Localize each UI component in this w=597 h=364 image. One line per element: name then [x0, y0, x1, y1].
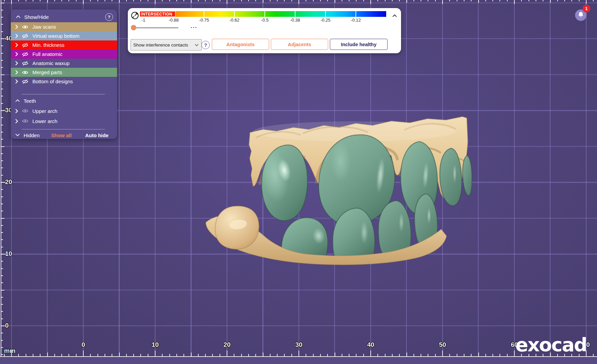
- chevron-right-icon[interactable]: [15, 24, 19, 29]
- show-hide-header[interactable]: Show/Hide ?: [11, 9, 117, 22]
- ruler-tick: [320, 354, 321, 356]
- ruler-tick: [241, 354, 242, 356]
- interference-contacts-dropdown[interactable]: Show interference contacts: [131, 39, 202, 51]
- ruler-tick: [1, 304, 3, 305]
- ruler-tick: [1, 153, 3, 154]
- layer-row[interactable]: Bottom of designs: [11, 77, 117, 86]
- chevron-right-icon[interactable]: [15, 61, 19, 66]
- legend-divider: [325, 11, 326, 17]
- ruler-tick: [133, 0, 134, 1]
- help-icon[interactable]: ?: [201, 41, 210, 49]
- ruler-tick: [140, 0, 141, 1]
- ruler-tick: [1, 67, 3, 68]
- ruler-label-left: 20: [5, 178, 21, 186]
- ruler-tick: [471, 354, 472, 356]
- layer-row[interactable]: Anatomic waxup: [11, 59, 117, 68]
- ruler-tick: [1, 290, 4, 291]
- ruler-tick: [428, 0, 428, 1]
- eye-hidden-icon[interactable]: [22, 34, 28, 38]
- eye-hidden-icon[interactable]: [22, 79, 28, 84]
- ruler-tick: [54, 354, 55, 356]
- ruler-tick: [356, 0, 357, 1]
- ruler-tick: [76, 354, 77, 356]
- chevron-right-icon[interactable]: [15, 70, 19, 75]
- ruler-tick: [1, 311, 3, 312]
- ruler-tick: [586, 0, 587, 4]
- help-icon[interactable]: ?: [105, 13, 113, 21]
- hidden-group-title: Hidden: [24, 132, 40, 138]
- arch-label: Lower arch: [32, 118, 57, 124]
- chevron-right-icon[interactable]: [15, 119, 19, 124]
- ruler-tick: [277, 0, 278, 1]
- arch-row[interactable]: Lower arch: [11, 116, 117, 126]
- ruler-tick: [435, 354, 436, 356]
- layer-row[interactable]: Min. thickness: [11, 40, 117, 50]
- intersection-slider-track[interactable]: [133, 27, 178, 28]
- chevron-down-icon[interactable]: [15, 132, 20, 138]
- contact-button-antagonists[interactable]: Antagonists: [212, 39, 269, 50]
- ruler-tick: [183, 0, 184, 1]
- eye-hidden-icon[interactable]: [22, 52, 28, 57]
- layer-list: Jaw scansVirtual waxup bottomMin. thickn…: [11, 22, 117, 86]
- ruler-tick: [234, 0, 234, 1]
- eye-visible-icon[interactable]: [22, 70, 28, 75]
- ruler-tick: [349, 354, 349, 356]
- ruler-tick: [1, 96, 3, 96]
- ruler-tick: [212, 0, 213, 1]
- ruler-tick: [457, 0, 457, 1]
- intersection-slider-knob[interactable]: [131, 25, 136, 30]
- legend-tick-label: -0.12: [346, 18, 366, 23]
- dropdown-value: Show interference contacts: [131, 42, 195, 48]
- layer-label: Bottom of designs: [32, 79, 73, 84]
- ruler-tick: [1, 268, 3, 269]
- eye-dim-icon[interactable]: [22, 119, 28, 123]
- contact-button-include-healthy[interactable]: Include healthy: [330, 39, 388, 50]
- eye-hidden-icon[interactable]: [22, 43, 28, 48]
- notification-bell[interactable]: 1: [575, 9, 587, 21]
- chevron-right-icon[interactable]: [15, 52, 19, 57]
- eye-hidden-icon[interactable]: [22, 61, 28, 66]
- ruler-tick: [356, 354, 357, 356]
- chevron-up-icon[interactable]: [16, 14, 21, 20]
- ruler-tick: [90, 354, 91, 356]
- layer-row[interactable]: Merged parts: [11, 68, 117, 77]
- ruler-tick: [227, 0, 227, 4]
- eye-dim-icon[interactable]: [22, 109, 28, 113]
- ruler-tick: [363, 0, 364, 1]
- ruler-tick: [514, 0, 515, 4]
- show-all-button[interactable]: Show all: [51, 132, 72, 138]
- ruler-tick: [1, 211, 3, 211]
- slider-more-label[interactable]: ...: [191, 23, 197, 30]
- ruler-tick: [327, 354, 328, 356]
- chevron-right-icon[interactable]: [15, 109, 19, 114]
- collapse-toolbar-icon[interactable]: [392, 13, 397, 19]
- legend-tick-label: -0.88: [164, 18, 184, 23]
- ruler-tick: [377, 354, 378, 356]
- chevron-right-icon[interactable]: [15, 42, 19, 48]
- ruler-tick: [220, 354, 220, 356]
- ruler-tick: [90, 0, 91, 1]
- contact-button-adjacents[interactable]: Adjacents: [271, 39, 328, 50]
- ruler-tick: [68, 354, 69, 356]
- ruler-tick: [83, 351, 84, 356]
- ruler-tick: [176, 354, 177, 356]
- ruler-tick: [306, 354, 306, 356]
- auto-hide-button[interactable]: Auto hide: [85, 132, 108, 138]
- chevron-right-icon[interactable]: [15, 79, 19, 84]
- ruler-tick: [579, 0, 579, 1]
- chevron-up-icon[interactable]: [15, 98, 20, 104]
- ruler-tick: [169, 0, 170, 1]
- ruler-tick: [155, 351, 155, 356]
- ruler-tick: [1, 232, 3, 233]
- ruler-tick: [148, 0, 148, 1]
- eye-visible-icon[interactable]: [22, 25, 28, 29]
- ruler-tick: [485, 0, 486, 1]
- chevron-right-icon[interactable]: [15, 33, 19, 38]
- ruler-tick: [1, 60, 3, 61]
- teeth-group-header[interactable]: Teeth: [11, 96, 117, 106]
- layer-row[interactable]: Jaw scans: [11, 22, 117, 31]
- layer-row[interactable]: Full anatomic: [11, 50, 117, 59]
- layer-row[interactable]: Virtual waxup bottom: [11, 31, 117, 40]
- arch-row[interactable]: Upper arch: [11, 106, 117, 116]
- ruler-tick: [234, 354, 234, 356]
